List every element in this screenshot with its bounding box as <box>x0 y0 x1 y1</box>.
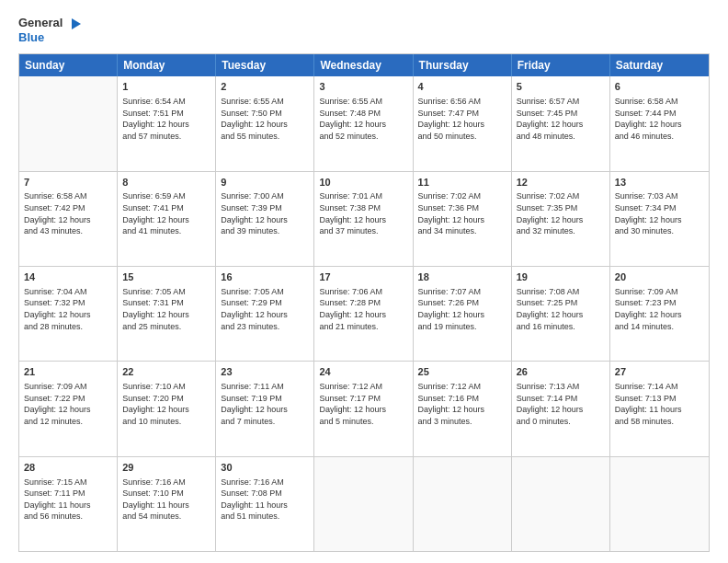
day-info: Sunrise: 7:06 AM Sunset: 7:28 PM Dayligh… <box>319 286 407 332</box>
day-number: 9 <box>221 176 309 190</box>
day-number: 18 <box>418 270 506 284</box>
calendar-header: SundayMondayTuesdayWednesdayThursdayFrid… <box>19 54 709 76</box>
day-number: 17 <box>319 270 407 284</box>
day-cell-3: 3Sunrise: 6:55 AM Sunset: 7:48 PM Daylig… <box>314 76 413 170</box>
day-number: 20 <box>615 270 704 284</box>
day-info: Sunrise: 7:16 AM Sunset: 7:10 PM Dayligh… <box>122 477 210 523</box>
day-cell-1: 1Sunrise: 6:54 AM Sunset: 7:51 PM Daylig… <box>118 76 216 170</box>
day-cell-17: 17Sunrise: 7:06 AM Sunset: 7:28 PM Dayli… <box>314 267 413 361</box>
day-info: Sunrise: 7:14 AM Sunset: 7:13 PM Dayligh… <box>615 381 704 427</box>
day-cell-19: 19Sunrise: 7:08 AM Sunset: 7:25 PM Dayli… <box>512 267 610 361</box>
day-number: 21 <box>24 365 112 379</box>
day-cell-24: 24Sunrise: 7:12 AM Sunset: 7:17 PM Dayli… <box>314 362 413 455</box>
day-number: 10 <box>319 176 407 190</box>
day-info: Sunrise: 6:55 AM Sunset: 7:48 PM Dayligh… <box>319 96 407 142</box>
day-number: 6 <box>615 80 704 94</box>
day-info: Sunrise: 7:04 AM Sunset: 7:32 PM Dayligh… <box>24 286 112 332</box>
day-info: Sunrise: 6:56 AM Sunset: 7:47 PM Dayligh… <box>418 96 506 142</box>
header: General Blue <box>18 17 710 44</box>
day-cell-18: 18Sunrise: 7:07 AM Sunset: 7:26 PM Dayli… <box>414 267 512 361</box>
logo: General Blue <box>18 17 83 44</box>
day-number: 24 <box>319 365 407 379</box>
header-cell-thursday: Thursday <box>414 54 512 76</box>
day-number: 8 <box>122 176 210 190</box>
day-cell-5: 5Sunrise: 6:57 AM Sunset: 7:45 PM Daylig… <box>512 76 610 170</box>
day-cell-26: 26Sunrise: 7:13 AM Sunset: 7:14 PM Dayli… <box>512 362 610 455</box>
calendar-row-5: 28Sunrise: 7:15 AM Sunset: 7:11 PM Dayli… <box>19 457 709 551</box>
day-number: 26 <box>517 365 605 379</box>
empty-cell <box>610 457 709 551</box>
day-info: Sunrise: 7:05 AM Sunset: 7:31 PM Dayligh… <box>122 286 210 332</box>
calendar-row-1: 1Sunrise: 6:54 AM Sunset: 7:51 PM Daylig… <box>19 76 709 171</box>
day-cell-8: 8Sunrise: 6:59 AM Sunset: 7:41 PM Daylig… <box>118 172 216 266</box>
day-cell-2: 2Sunrise: 6:55 AM Sunset: 7:50 PM Daylig… <box>216 76 314 170</box>
header-cell-monday: Monday <box>118 54 216 76</box>
day-info: Sunrise: 7:12 AM Sunset: 7:17 PM Dayligh… <box>319 381 407 427</box>
day-number: 22 <box>122 365 210 379</box>
day-number: 25 <box>418 365 506 379</box>
day-number: 16 <box>221 270 309 284</box>
day-cell-22: 22Sunrise: 7:10 AM Sunset: 7:20 PM Dayli… <box>118 362 216 455</box>
header-cell-sunday: Sunday <box>19 54 118 76</box>
day-cell-15: 15Sunrise: 7:05 AM Sunset: 7:31 PM Dayli… <box>118 267 216 361</box>
day-number: 15 <box>122 270 210 284</box>
day-info: Sunrise: 7:03 AM Sunset: 7:34 PM Dayligh… <box>615 190 704 236</box>
day-cell-7: 7Sunrise: 6:58 AM Sunset: 7:42 PM Daylig… <box>19 172 118 266</box>
day-number: 4 <box>418 80 506 94</box>
day-info: Sunrise: 7:10 AM Sunset: 7:20 PM Dayligh… <box>122 381 210 427</box>
day-number: 29 <box>122 461 210 475</box>
day-info: Sunrise: 7:12 AM Sunset: 7:16 PM Dayligh… <box>418 381 506 427</box>
day-cell-10: 10Sunrise: 7:01 AM Sunset: 7:38 PM Dayli… <box>314 172 413 266</box>
day-cell-13: 13Sunrise: 7:03 AM Sunset: 7:34 PM Dayli… <box>610 172 709 266</box>
day-info: Sunrise: 7:02 AM Sunset: 7:35 PM Dayligh… <box>517 190 605 236</box>
day-cell-27: 27Sunrise: 7:14 AM Sunset: 7:13 PM Dayli… <box>610 362 709 455</box>
day-info: Sunrise: 6:58 AM Sunset: 7:44 PM Dayligh… <box>615 96 704 142</box>
logo-arrow-icon <box>68 17 83 31</box>
day-number: 30 <box>221 461 309 475</box>
empty-cell <box>314 457 413 551</box>
day-cell-28: 28Sunrise: 7:15 AM Sunset: 7:11 PM Dayli… <box>19 457 118 551</box>
day-info: Sunrise: 6:59 AM Sunset: 7:41 PM Dayligh… <box>122 190 210 236</box>
day-info: Sunrise: 6:55 AM Sunset: 7:50 PM Dayligh… <box>221 96 309 142</box>
day-cell-11: 11Sunrise: 7:02 AM Sunset: 7:36 PM Dayli… <box>414 172 512 266</box>
day-info: Sunrise: 7:00 AM Sunset: 7:39 PM Dayligh… <box>221 190 309 236</box>
day-number: 28 <box>24 461 112 475</box>
day-cell-9: 9Sunrise: 7:00 AM Sunset: 7:39 PM Daylig… <box>216 172 314 266</box>
day-cell-29: 29Sunrise: 7:16 AM Sunset: 7:10 PM Dayli… <box>118 457 216 551</box>
header-cell-tuesday: Tuesday <box>216 54 314 76</box>
day-number: 27 <box>615 365 704 379</box>
day-cell-14: 14Sunrise: 7:04 AM Sunset: 7:32 PM Dayli… <box>19 267 118 361</box>
day-info: Sunrise: 7:13 AM Sunset: 7:14 PM Dayligh… <box>517 381 605 427</box>
day-number: 14 <box>24 270 112 284</box>
empty-cell <box>414 457 512 551</box>
day-number: 2 <box>221 80 309 94</box>
day-number: 1 <box>122 80 210 94</box>
day-info: Sunrise: 7:01 AM Sunset: 7:38 PM Dayligh… <box>319 190 407 236</box>
day-number: 3 <box>319 80 407 94</box>
day-info: Sunrise: 7:09 AM Sunset: 7:23 PM Dayligh… <box>615 286 704 332</box>
empty-cell <box>19 76 118 170</box>
day-cell-4: 4Sunrise: 6:56 AM Sunset: 7:47 PM Daylig… <box>414 76 512 170</box>
calendar: SundayMondayTuesdayWednesdayThursdayFrid… <box>18 53 710 552</box>
calendar-row-2: 7Sunrise: 6:58 AM Sunset: 7:42 PM Daylig… <box>19 172 709 267</box>
day-number: 11 <box>418 176 506 190</box>
calendar-body: 1Sunrise: 6:54 AM Sunset: 7:51 PM Daylig… <box>19 76 709 551</box>
empty-cell <box>512 457 610 551</box>
day-info: Sunrise: 7:15 AM Sunset: 7:11 PM Dayligh… <box>24 477 112 523</box>
day-cell-23: 23Sunrise: 7:11 AM Sunset: 7:19 PM Dayli… <box>216 362 314 455</box>
svg-marker-0 <box>72 18 81 29</box>
day-cell-21: 21Sunrise: 7:09 AM Sunset: 7:22 PM Dayli… <box>19 362 118 455</box>
page: General Blue SundayMondayTuesdayWednesda… <box>0 0 728 563</box>
day-cell-25: 25Sunrise: 7:12 AM Sunset: 7:16 PM Dayli… <box>414 362 512 455</box>
day-number: 12 <box>517 176 605 190</box>
day-cell-20: 20Sunrise: 7:09 AM Sunset: 7:23 PM Dayli… <box>610 267 709 361</box>
header-cell-saturday: Saturday <box>610 54 709 76</box>
day-info: Sunrise: 7:05 AM Sunset: 7:29 PM Dayligh… <box>221 286 309 332</box>
day-info: Sunrise: 7:02 AM Sunset: 7:36 PM Dayligh… <box>418 190 506 236</box>
day-number: 13 <box>615 176 704 190</box>
day-number: 5 <box>517 80 605 94</box>
day-info: Sunrise: 7:16 AM Sunset: 7:08 PM Dayligh… <box>221 477 309 523</box>
day-info: Sunrise: 7:07 AM Sunset: 7:26 PM Dayligh… <box>418 286 506 332</box>
calendar-row-3: 14Sunrise: 7:04 AM Sunset: 7:32 PM Dayli… <box>19 267 709 362</box>
calendar-row-4: 21Sunrise: 7:09 AM Sunset: 7:22 PM Dayli… <box>19 362 709 456</box>
